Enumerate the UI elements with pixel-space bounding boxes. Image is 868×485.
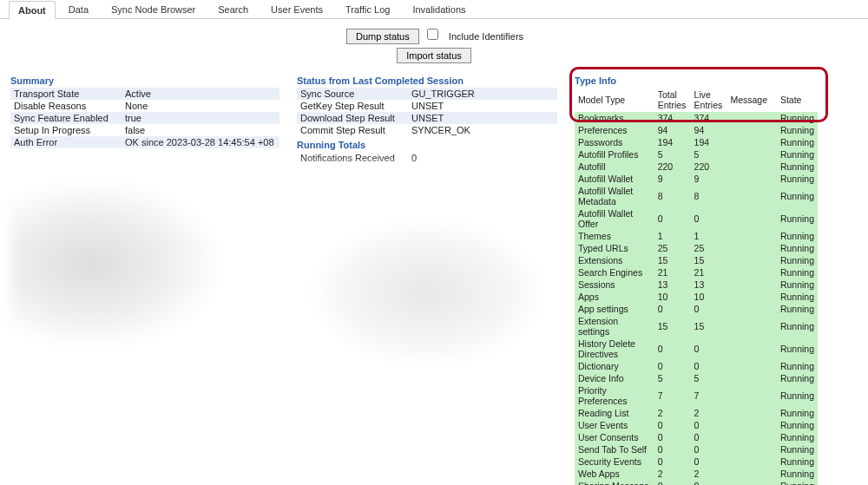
type-cell-total: 9: [654, 173, 691, 185]
type-cell-state: Running: [777, 266, 818, 279]
type-cell-name: Sharing Message: [575, 480, 654, 485]
type-cell-state: Running: [777, 254, 818, 266]
type-row: Extensions1515Running: [575, 254, 818, 266]
type-cell-name: Web Apps: [575, 468, 654, 480]
type-cell-live: 0: [691, 456, 727, 468]
type-cell-state: Running: [777, 384, 818, 407]
tab-sync-node-browser[interactable]: Sync Node Browser: [102, 0, 205, 18]
type-row: Device Info55Running: [575, 372, 818, 384]
redacted-region: [297, 164, 557, 485]
type-row: User Consents00Running: [575, 431, 818, 443]
kv-row: Transport StateActive: [10, 88, 279, 100]
type-cell-msg: [727, 124, 776, 136]
type-cell-state: Running: [777, 468, 818, 480]
type-cell-msg: [727, 266, 776, 279]
type-cell-name: Bookmarks: [575, 112, 654, 124]
type-row: App settings00Running: [575, 303, 818, 315]
kv-key: Disable Reasons: [10, 100, 122, 112]
type-cell-msg: [727, 242, 776, 254]
type-row: Autofill Profiles55Running: [575, 148, 818, 161]
type-cell-state: Running: [777, 185, 818, 207]
type-cell-live: 1: [691, 230, 727, 242]
type-row: Autofill220220Running: [575, 161, 818, 173]
type-cell-state: Running: [777, 230, 818, 242]
kv-row: Disable ReasonsNone: [10, 100, 279, 112]
type-row: Web Apps22Running: [575, 468, 818, 480]
type-cell-state: Running: [777, 372, 818, 384]
type-row: Autofill Wallet Metadata88Running: [575, 185, 818, 207]
running-totals-heading: Running Totals: [297, 140, 557, 150]
dump-status-button[interactable]: Dump status: [346, 29, 419, 44]
type-cell-msg: [727, 338, 776, 360]
type-cell-msg: [727, 431, 776, 443]
tab-search[interactable]: Search: [208, 0, 258, 18]
tab-invalidations[interactable]: Invalidations: [403, 0, 475, 18]
type-cell-live: 0: [691, 431, 727, 443]
type-cell-live: 25: [691, 242, 727, 254]
type-info-heading: Type Info: [575, 75, 858, 86]
kv-value: UNSET: [408, 112, 557, 124]
type-cell-msg: [727, 468, 776, 480]
type-cell-name: User Consents: [575, 431, 654, 443]
tab-data[interactable]: Data: [59, 0, 98, 18]
type-cell-name: Extensions: [575, 254, 654, 266]
type-cell-state: Running: [777, 431, 818, 443]
type-cell-name: Autofill Profiles: [575, 148, 654, 161]
type-cell-name: Security Events: [575, 456, 654, 468]
type-row: Passwords194194Running: [575, 136, 818, 148]
type-cell-live: 8: [691, 185, 727, 207]
type-header: Message: [727, 88, 776, 112]
tab-traffic-log[interactable]: Traffic Log: [336, 0, 399, 18]
type-cell-msg: [727, 384, 776, 407]
type-cell-state: Running: [777, 303, 818, 315]
tab-user-events[interactable]: User Events: [261, 0, 332, 18]
type-row: Reading List22Running: [575, 407, 818, 419]
type-row: Security Events00Running: [575, 456, 818, 468]
type-cell-total: 15: [654, 315, 691, 338]
type-header: Live Entries: [691, 88, 727, 112]
type-cell-total: 2: [654, 407, 691, 419]
type-cell-total: 0: [654, 419, 691, 431]
type-cell-live: 220: [691, 161, 727, 173]
type-cell-msg: [727, 315, 776, 338]
include-identifiers-label[interactable]: Include Identifiers: [449, 31, 523, 42]
type-header: Model Type: [575, 88, 654, 112]
type-cell-live: 21: [691, 266, 727, 279]
type-row: Extension settings1515Running: [575, 315, 818, 338]
type-cell-live: 0: [691, 419, 727, 431]
type-cell-name: Autofill Wallet Offer: [575, 207, 654, 230]
tab-about[interactable]: About: [9, 1, 56, 19]
type-cell-name: History Delete Directives: [575, 338, 654, 360]
type-cell-name: Priority Preferences: [575, 384, 654, 407]
kv-value: OK since 2023-03-28 14:45:54 +08: [122, 136, 279, 148]
type-cell-total: 15: [654, 254, 691, 266]
kv-value: Active: [122, 88, 279, 100]
kv-row: Commit Step ResultSYNCER_OK: [297, 124, 557, 136]
type-row: Themes11Running: [575, 230, 818, 242]
type-cell-msg: [727, 173, 776, 185]
kv-key: GetKey Step Result: [297, 100, 408, 112]
type-cell-msg: [727, 291, 776, 303]
type-cell-live: 194: [691, 136, 727, 148]
include-identifiers-checkbox[interactable]: [427, 29, 438, 40]
type-cell-msg: [727, 360, 776, 372]
type-cell-total: 0: [654, 303, 691, 315]
type-cell-state: Running: [777, 148, 818, 161]
type-cell-msg: [727, 185, 776, 207]
type-cell-total: 5: [654, 148, 691, 161]
import-status-button[interactable]: Import status: [397, 48, 471, 63]
type-cell-total: 7: [654, 384, 691, 407]
type-cell-total: 10: [654, 291, 691, 303]
kv-key: Sync Feature Enabled: [10, 112, 122, 124]
type-cell-total: 2: [654, 468, 691, 480]
type-cell-state: Running: [777, 443, 818, 456]
type-cell-total: 25: [654, 242, 691, 254]
kv-key: Notifications Received: [297, 152, 408, 164]
type-cell-state: Running: [777, 161, 818, 173]
type-cell-state: Running: [777, 338, 818, 360]
type-cell-name: Autofill: [575, 161, 654, 173]
type-cell-total: 8: [654, 185, 691, 207]
kv-row: GetKey Step ResultUNSET: [297, 100, 557, 112]
type-cell-live: 2: [691, 407, 727, 419]
type-cell-state: Running: [777, 124, 818, 136]
